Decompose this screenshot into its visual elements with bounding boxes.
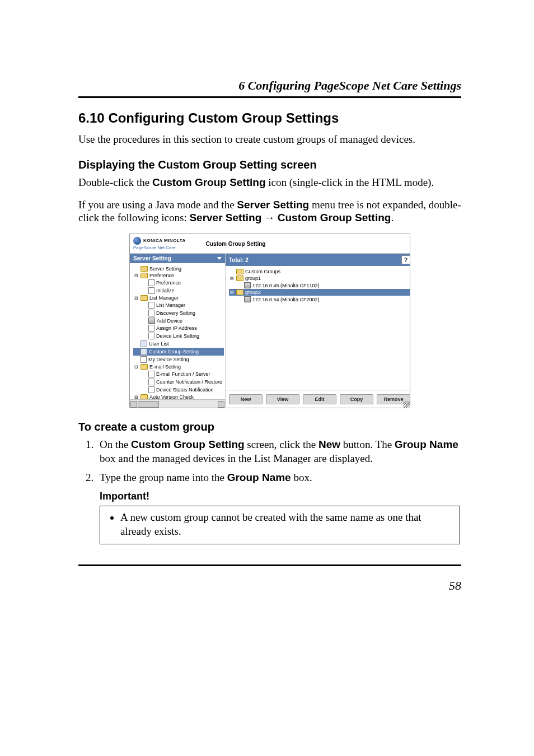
copy-button[interactable]: Copy xyxy=(340,394,373,404)
tree-expander-icon[interactable]: ⊟ xyxy=(133,296,139,301)
tree-item-label: List Manager xyxy=(156,302,185,308)
bold-custom-group-setting-2: Custom Group Setting xyxy=(278,212,391,223)
help-button[interactable]: ? xyxy=(401,255,410,264)
display-para-2: If you are using a Java mode and the Ser… xyxy=(78,198,461,225)
tree-item[interactable]: Preference xyxy=(133,279,224,287)
edit-button[interactable]: Edit xyxy=(303,394,336,404)
display-para-1: Double-click the Custom Group Setting ic… xyxy=(78,176,461,189)
tree-expander-icon[interactable]: ⊟ xyxy=(133,395,139,400)
page-icon xyxy=(148,371,154,377)
step-1: On the Custom Group Setting screen, clic… xyxy=(96,438,461,465)
tree-item-label: E-mail Function / Server xyxy=(156,371,210,377)
left-panel: Server Setting Server Setting⊟Preference… xyxy=(130,254,226,408)
sub-brand-text: PageScope Net Care xyxy=(133,246,186,250)
right-content-tree[interactable]: Custom Groups⊟group1172.16.0.45 (Minolta… xyxy=(226,266,410,390)
device-icon xyxy=(244,282,251,288)
tree-expander-icon[interactable]: ⊟ xyxy=(133,273,139,278)
panel-title: Custom Group Setting xyxy=(206,241,410,247)
tree-item[interactable]: Assign IP Address xyxy=(133,324,224,332)
tree-item-label: group2 xyxy=(245,290,261,295)
device-icon xyxy=(148,318,155,324)
folder-icon xyxy=(140,273,148,278)
tree-item-label: My Device Setting xyxy=(148,357,189,362)
tree-item-label: 172.16.0.45 (Minolta CF1102) xyxy=(252,283,320,288)
tree-item-label: Custom Group Setting xyxy=(149,349,199,354)
page-icon xyxy=(148,386,154,393)
important-text: A new custom group cannot be created wit… xyxy=(120,511,452,538)
tree-expander-icon[interactable]: ⊟ xyxy=(229,276,235,281)
page-icon xyxy=(148,279,154,286)
page-icon xyxy=(148,325,154,332)
page-icon xyxy=(148,379,154,385)
group-icon xyxy=(140,348,147,355)
tree-item[interactable]: Server Setting xyxy=(133,265,224,272)
button-row: New View Edit Copy Remove xyxy=(226,390,410,408)
tree-item[interactable]: ⊟Preference xyxy=(133,272,224,279)
tree-item-label: User List xyxy=(149,341,169,347)
tree-item[interactable]: Device Link Setting xyxy=(133,332,224,340)
tree-item[interactable]: 172.16.0.54 (Minolta CF2002) xyxy=(229,296,410,303)
tree-item-label: Device Status Notification xyxy=(156,387,214,393)
bold-group-name-1: Group Name xyxy=(395,438,458,450)
tree-item[interactable]: Device Status Notification xyxy=(133,386,224,394)
new-button[interactable]: New xyxy=(229,394,263,404)
page-icon xyxy=(148,333,154,339)
tree-item[interactable]: ⊟E-mail Setting xyxy=(133,363,224,370)
chevron-down-icon xyxy=(217,257,222,260)
text: box. xyxy=(291,472,312,483)
folder-icon xyxy=(140,364,148,370)
tree-item[interactable]: ⊟group1 xyxy=(229,275,410,282)
horizontal-scrollbar[interactable] xyxy=(130,399,225,408)
tree-item[interactable]: Add Device xyxy=(133,317,224,324)
tree-item[interactable]: Custom Groups xyxy=(229,268,410,275)
chapter-header: 6 Configuring PageScope Net Care Setting… xyxy=(78,78,461,96)
tree-item[interactable]: ⊟group2 xyxy=(229,289,410,296)
bold-new: New xyxy=(318,438,340,450)
tree-item[interactable]: 172.16.0.45 (Minolta CF1102) xyxy=(229,282,410,289)
header-rule xyxy=(78,96,461,98)
bold-server-setting-1: Server Setting xyxy=(237,199,309,211)
tree-item-label: Auto Version Check xyxy=(149,394,194,399)
tree-item[interactable]: Custom Group Setting xyxy=(133,348,224,356)
tree-item-label: Counter Notification / Restore xyxy=(156,379,222,385)
tree-item[interactable]: Initialize xyxy=(133,287,224,295)
left-panel-header[interactable]: Server Setting xyxy=(130,254,225,263)
bold-cgs: Custom Group Setting xyxy=(131,438,245,450)
important-box: A new custom group cannot be created wit… xyxy=(100,506,460,544)
tree-expander-icon[interactable]: ⊟ xyxy=(133,365,139,370)
tree-item[interactable]: Discovery Setting xyxy=(133,309,224,317)
tree-item[interactable]: Counter Notification / Restore xyxy=(133,378,224,386)
tree-item-label: Preference xyxy=(156,280,181,286)
subsection-create-heading: To create a custom group xyxy=(78,421,461,433)
tree-item[interactable]: ⊟List Manager xyxy=(133,295,224,301)
left-nav-tree[interactable]: Server Setting⊟PreferencePreferenceIniti… xyxy=(130,263,225,399)
text: Type the group name into the xyxy=(100,472,227,483)
scrollbar-thumb[interactable] xyxy=(138,401,159,408)
screenshot-figure: KONICA MINOLTA PageScope Net Care Custom… xyxy=(78,234,461,408)
bold-server-setting-2: Server Setting xyxy=(189,212,261,223)
steps-list: On the Custom Group Setting screen, clic… xyxy=(78,438,461,485)
section-intro: Use the procedures in this section to cr… xyxy=(78,133,461,146)
left-panel-header-label: Server Setting xyxy=(133,255,171,262)
text: screen, click the xyxy=(245,438,318,450)
arrow: → xyxy=(261,212,278,223)
tree-item-label: Custom Groups xyxy=(245,269,280,274)
tree-item[interactable]: E-mail Function / Server xyxy=(133,370,224,378)
view-button[interactable]: View xyxy=(266,394,299,404)
section-title: 6.10 Configuring Custom Group Settings xyxy=(78,110,461,126)
tree-item-label: E-mail Setting xyxy=(149,364,181,370)
tree-item[interactable]: List Manager xyxy=(133,301,224,309)
tree-item[interactable]: User List xyxy=(133,340,224,348)
page-icon xyxy=(148,302,154,309)
tree-item[interactable]: My Device Setting xyxy=(133,356,224,363)
tree-item-label: Assign IP Address xyxy=(156,325,197,331)
tree-expander-icon[interactable]: ⊟ xyxy=(229,290,235,295)
tree-item-label: group1 xyxy=(245,276,261,281)
right-panel-header: Total: 2 ? xyxy=(226,254,410,266)
resize-grip-icon[interactable] xyxy=(403,401,410,408)
bold-custom-group-setting: Custom Group Setting xyxy=(152,176,266,188)
tree-item-label: Discovery Setting xyxy=(156,310,195,316)
subsection-display-heading: Displaying the Custom Group Setting scre… xyxy=(78,158,461,171)
tree-item[interactable]: ⊟Auto Version Check xyxy=(133,394,224,399)
tree-item-label: Preference xyxy=(149,273,174,278)
